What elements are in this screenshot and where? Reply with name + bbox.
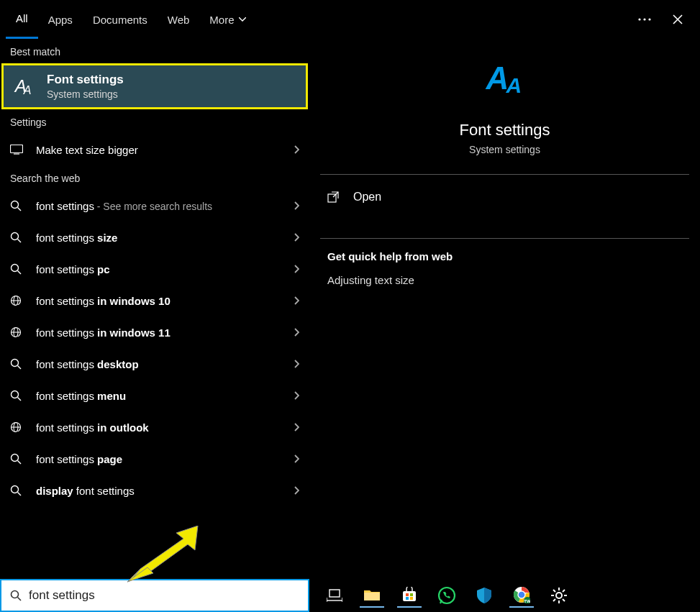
chevron-right-icon bbox=[294, 423, 299, 431]
web-result[interactable]: font settings - See more search results bbox=[0, 190, 309, 221]
file-explorer-icon[interactable] bbox=[360, 583, 384, 608]
svg-point-29 bbox=[12, 591, 19, 598]
tab-more[interactable]: More bbox=[199, 0, 255, 39]
globe-search-icon bbox=[10, 295, 26, 306]
svg-rect-36 bbox=[403, 591, 416, 601]
svg-point-19 bbox=[12, 391, 19, 398]
search-icon bbox=[10, 232, 26, 243]
svg-rect-39 bbox=[406, 597, 409, 600]
best-match-title: Font settings bbox=[47, 73, 124, 87]
svg-point-2 bbox=[648, 18, 650, 20]
svg-point-0 bbox=[638, 18, 640, 20]
search-icon bbox=[10, 390, 26, 401]
web-result[interactable]: display font settings bbox=[0, 475, 309, 506]
more-options-button[interactable] bbox=[628, 3, 661, 36]
svg-point-9 bbox=[12, 265, 19, 272]
web-result[interactable]: font settings pc bbox=[0, 253, 309, 285]
globe-search-icon bbox=[10, 421, 26, 433]
search-box[interactable] bbox=[0, 579, 309, 612]
section-best-match: Best match bbox=[0, 39, 309, 63]
search-icon bbox=[10, 358, 26, 370]
close-button[interactable] bbox=[661, 3, 694, 36]
section-settings: Settings bbox=[0, 109, 309, 134]
web-result-label: font settings in windows 11 bbox=[36, 326, 284, 339]
chevron-right-icon bbox=[294, 296, 299, 305]
svg-line-53 bbox=[553, 590, 555, 592]
svg-line-18 bbox=[18, 366, 22, 370]
tab-apps[interactable]: Apps bbox=[38, 0, 83, 39]
svg-line-6 bbox=[18, 208, 22, 211]
chevron-right-icon bbox=[294, 391, 299, 400]
search-icon bbox=[10, 263, 26, 275]
svg-point-5 bbox=[12, 201, 19, 209]
svg-point-26 bbox=[12, 486, 19, 493]
chevron-right-icon bbox=[294, 201, 299, 210]
chevron-right-icon bbox=[294, 486, 299, 495]
shield-app-icon[interactable] bbox=[472, 583, 496, 608]
svg-line-20 bbox=[18, 398, 22, 401]
svg-line-54 bbox=[563, 599, 565, 601]
web-result[interactable]: font settings in outlook bbox=[0, 411, 309, 443]
web-result-label: font settings in outlook bbox=[36, 421, 284, 434]
section-search-web: Search the web bbox=[0, 165, 309, 190]
search-filter-tabs: All Apps Documents Web More bbox=[0, 0, 700, 39]
font-settings-icon-large: A A bbox=[483, 60, 527, 108]
search-icon bbox=[10, 453, 26, 465]
open-action[interactable]: Open bbox=[320, 175, 689, 219]
open-label: Open bbox=[353, 191, 381, 204]
svg-point-1 bbox=[643, 18, 645, 20]
globe-search-icon bbox=[10, 326, 26, 338]
svg-rect-38 bbox=[410, 593, 413, 596]
help-link[interactable]: Adjusting text size bbox=[320, 268, 689, 292]
web-result[interactable]: font settings in windows 10 bbox=[0, 285, 309, 316]
tab-documents[interactable]: Documents bbox=[83, 0, 158, 39]
web-result-label: font settings menu bbox=[36, 390, 284, 402]
chevron-down-icon bbox=[239, 17, 246, 22]
web-result[interactable]: font settings size bbox=[0, 221, 309, 253]
svg-point-17 bbox=[12, 360, 19, 367]
task-view-icon[interactable] bbox=[322, 583, 347, 608]
web-result-label: font settings - See more search results bbox=[36, 200, 284, 212]
svg-point-48 bbox=[556, 593, 562, 598]
svg-line-55 bbox=[553, 599, 555, 601]
best-match-subtitle: System settings bbox=[47, 88, 124, 100]
web-result[interactable]: font settings in windows 11 bbox=[0, 316, 309, 348]
svg-rect-4 bbox=[14, 154, 19, 155]
settings-icon[interactable] bbox=[547, 583, 571, 608]
web-result-label: font settings pc bbox=[36, 263, 284, 275]
web-result-label: display font settings bbox=[36, 485, 284, 497]
tab-more-label: More bbox=[209, 14, 234, 26]
monitor-icon bbox=[10, 145, 26, 155]
svg-line-56 bbox=[563, 590, 565, 592]
svg-line-8 bbox=[18, 239, 22, 243]
preview-title: Font settings bbox=[320, 121, 689, 140]
svg-rect-35 bbox=[364, 593, 380, 600]
tab-all[interactable]: All bbox=[6, 0, 38, 39]
preview-subtitle: System settings bbox=[320, 144, 689, 155]
taskbar: TW bbox=[309, 579, 700, 612]
svg-rect-37 bbox=[406, 593, 409, 596]
web-result[interactable]: font settings desktop bbox=[0, 348, 309, 380]
web-result[interactable]: font settings page bbox=[0, 443, 309, 475]
open-icon bbox=[327, 191, 340, 203]
web-result-label: font settings size bbox=[36, 232, 284, 244]
chevron-right-icon bbox=[294, 328, 299, 337]
search-icon bbox=[10, 485, 26, 496]
web-result-label: font settings desktop bbox=[36, 358, 284, 370]
whatsapp-icon[interactable] bbox=[435, 583, 459, 608]
font-settings-icon: AA bbox=[12, 76, 37, 96]
best-match-result[interactable]: AA Font settings System settings bbox=[1, 63, 308, 109]
chrome-icon[interactable]: TW bbox=[509, 583, 534, 608]
svg-text:TW: TW bbox=[524, 599, 530, 603]
svg-line-25 bbox=[18, 461, 22, 465]
search-input[interactable] bbox=[29, 588, 299, 603]
tab-web[interactable]: Web bbox=[158, 0, 200, 39]
svg-rect-3 bbox=[11, 145, 23, 153]
microsoft-store-icon[interactable] bbox=[397, 583, 422, 608]
svg-line-27 bbox=[18, 493, 22, 496]
web-result[interactable]: font settings menu bbox=[0, 380, 309, 411]
svg-rect-31 bbox=[329, 590, 340, 597]
settings-result[interactable]: Make text size bigger bbox=[0, 134, 309, 165]
svg-point-7 bbox=[12, 233, 19, 240]
svg-rect-40 bbox=[410, 597, 413, 600]
